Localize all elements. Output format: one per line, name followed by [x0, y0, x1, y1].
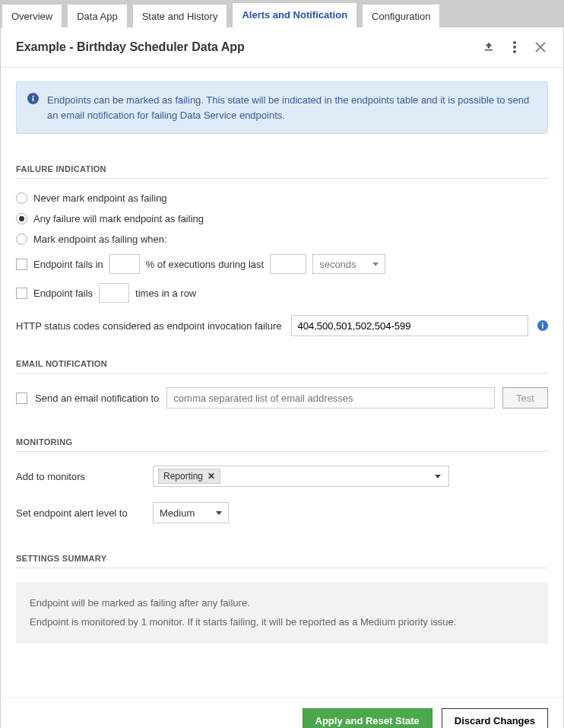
- alert-level-select[interactable]: Medium: [153, 502, 229, 523]
- svg-point-1: [513, 46, 516, 49]
- test-button[interactable]: Test: [502, 387, 548, 409]
- http-codes-label: HTTP status codes considered as endpoint…: [16, 320, 282, 332]
- radio-when-label: Mark endpoint as failing when:: [33, 234, 167, 245]
- radio-never[interactable]: [16, 192, 27, 204]
- section-monitoring: MONITORING: [16, 437, 548, 452]
- alert-level-label: Set endpoint alert level to: [16, 507, 145, 519]
- monitors-select[interactable]: Reporting ✕: [153, 466, 449, 487]
- svg-rect-6: [33, 98, 34, 102]
- svg-point-0: [513, 41, 516, 44]
- select-time-unit[interactable]: seconds: [312, 254, 385, 274]
- tab-configuration[interactable]: Configuration: [362, 4, 440, 28]
- svg-point-2: [513, 50, 516, 53]
- page-title: Example - Birthday Scheduler Data App: [16, 40, 245, 54]
- page-panel: Example - Birthday Scheduler Data App En…: [0, 27, 564, 728]
- summary-line-2: Endpoint is monitored by 1 monitor. If i…: [30, 613, 534, 632]
- section-summary: SETTINGS SUMMARY: [16, 554, 548, 568]
- apply-button[interactable]: Apply and Reset State: [303, 708, 433, 728]
- tab-data-app[interactable]: Data App: [67, 4, 128, 28]
- radio-never-label: Never mark endpoint as failing: [33, 192, 167, 204]
- sub-pct-a: Endpoint fails in: [33, 259, 103, 270]
- info-icon: [27, 93, 39, 104]
- info-text: Endpoints can be marked as failing. This…: [47, 94, 529, 121]
- svg-rect-7: [33, 96, 34, 97]
- tab-overview[interactable]: Overview: [2, 4, 62, 28]
- discard-button[interactable]: Discard Changes: [442, 708, 548, 728]
- summary-line-1: Endpoint will be marked as failing after…: [30, 594, 534, 613]
- radio-any-label: Any failure will mark endpoint as failin…: [33, 213, 204, 224]
- input-percent[interactable]: [109, 254, 140, 274]
- tab-state-history[interactable]: State and History: [132, 4, 228, 28]
- close-icon[interactable]: [533, 40, 548, 55]
- radio-when[interactable]: [16, 234, 27, 245]
- monitors-label: Add to monitors: [16, 471, 145, 482]
- sub-row-a: Endpoint fails: [33, 288, 93, 299]
- monitor-tag: Reporting ✕: [158, 469, 220, 484]
- http-info-icon[interactable]: i: [537, 320, 548, 331]
- more-icon[interactable]: [507, 40, 522, 55]
- monitor-tag-label: Reporting: [163, 471, 203, 482]
- email-input[interactable]: [166, 387, 495, 409]
- upload-icon[interactable]: [481, 40, 496, 55]
- input-times[interactable]: [99, 283, 129, 303]
- info-banner: Endpoints can be marked as failing. This…: [16, 81, 548, 134]
- section-failure: FAILURE INDICATION: [16, 164, 548, 179]
- check-percent[interactable]: [16, 259, 27, 270]
- sub-row-b: times in a row: [135, 288, 196, 299]
- check-row[interactable]: [16, 288, 27, 299]
- sub-pct-b: % of executions during last: [146, 259, 264, 270]
- monitor-tag-remove-icon[interactable]: ✕: [208, 471, 215, 482]
- check-email[interactable]: [16, 393, 27, 404]
- summary-box: Endpoint will be marked as failing after…: [16, 582, 548, 644]
- input-duration[interactable]: [270, 254, 306, 274]
- email-label: Send an email notification to: [35, 393, 159, 404]
- section-email: EMAIL NOTIFICATION: [16, 359, 548, 374]
- tabs-bar: Overview Data App State and History Aler…: [0, 0, 564, 27]
- radio-any[interactable]: [16, 213, 27, 224]
- http-codes-input[interactable]: [291, 315, 528, 336]
- tab-alerts-notification[interactable]: Alerts and Notification: [232, 2, 357, 28]
